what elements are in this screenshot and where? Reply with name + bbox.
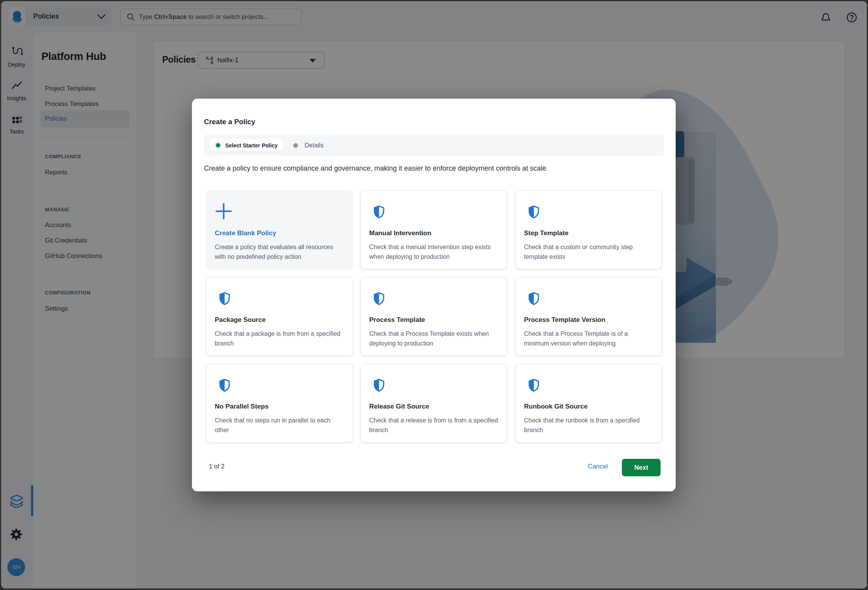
card-title: Package Source xyxy=(215,316,265,324)
create-policy-modal: Create a Policy Select Starter Policy De… xyxy=(192,99,676,491)
modal-title: Create a Policy xyxy=(204,118,255,126)
card-process-template-version[interactable]: Process Template Version Check that a Pr… xyxy=(515,277,662,356)
modal-description: Create a policy to ensure compliance and… xyxy=(204,164,548,173)
step-select-starter-policy[interactable]: Select Starter Policy xyxy=(209,139,283,152)
card-description: Check that the runbook is from a specifi… xyxy=(524,416,657,435)
card-description: Check that a package is from from a spec… xyxy=(215,329,348,348)
shield-icon xyxy=(527,378,541,392)
card-description: Check that a Process Template is of a mi… xyxy=(524,329,657,348)
app-window: Policies Type Ctrl+Space to search or sw… xyxy=(1,1,867,588)
card-package-source[interactable]: Package Source Check that a package is f… xyxy=(206,277,353,356)
card-manual-intervention[interactable]: Manual Intervention Check that a manual … xyxy=(360,190,507,269)
card-step-template[interactable]: Step Template Check that a custom or com… xyxy=(515,190,662,269)
step-inactive-dot xyxy=(293,143,298,148)
card-title: Runbook Git Source xyxy=(524,403,587,410)
shield-icon xyxy=(217,378,232,392)
shield-icon xyxy=(527,205,541,219)
card-title: Release Git Source xyxy=(369,403,429,410)
card-description: Check that a manual intervention step ex… xyxy=(369,242,503,262)
card-title: No Parallel Steps xyxy=(215,403,269,410)
step-active-dot xyxy=(216,143,220,147)
card-description: Check that no steps run in parallel to e… xyxy=(215,416,348,435)
card-process-template[interactable]: Process Template Check that a Process Te… xyxy=(360,277,507,356)
card-release-git-source[interactable]: Release Git Source Check that a release … xyxy=(360,364,507,443)
card-create-blank-policy[interactable]: Create Blank Policy Create a policy that… xyxy=(206,190,353,269)
card-description: Check that a Process Template exists whe… xyxy=(369,329,503,348)
next-button[interactable]: Next xyxy=(622,459,661,476)
cancel-button[interactable]: Cancel xyxy=(588,463,608,470)
card-title: Manual Intervention xyxy=(369,229,431,237)
step-label: Select Starter Policy xyxy=(225,142,277,149)
plus-icon xyxy=(215,203,232,220)
stepper: Select Starter Policy Details xyxy=(204,135,664,156)
card-title: Process Template xyxy=(369,316,425,324)
card-description: Check that a release is from is from a s… xyxy=(369,416,503,435)
pagination-label: 1 of 2 xyxy=(209,463,224,470)
card-title: Step Template xyxy=(524,229,568,237)
card-no-parallel-steps[interactable]: No Parallel Steps Check that no steps ru… xyxy=(206,364,353,443)
shield-icon xyxy=(372,205,386,219)
shield-icon xyxy=(527,291,541,306)
shield-icon xyxy=(217,291,232,306)
card-title: Process Template Version xyxy=(524,316,605,324)
step-details[interactable]: Details xyxy=(293,139,324,152)
app-root: Policies Type Ctrl+Space to search or sw… xyxy=(1,1,867,588)
card-description: Check that a custom or community step te… xyxy=(524,242,657,262)
card-runbook-git-source[interactable]: Runbook Git Source Check that the runboo… xyxy=(515,364,662,443)
step-label: Details xyxy=(305,142,324,149)
shield-icon xyxy=(372,378,386,392)
shield-icon xyxy=(372,291,386,306)
card-title: Create Blank Policy xyxy=(215,229,276,237)
card-description: Create a policy that evaluates all resou… xyxy=(215,242,348,262)
